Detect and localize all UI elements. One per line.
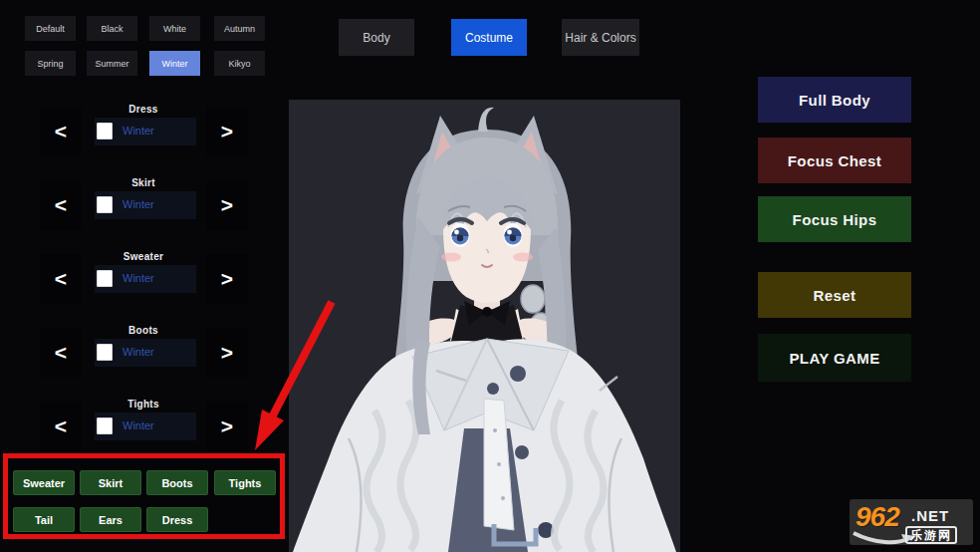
chevron-right-icon: > xyxy=(221,341,233,365)
tab-body[interactable]: Body xyxy=(339,19,414,56)
watermark-logo: 962 .NET 乐游网 xyxy=(850,499,973,545)
full-body-button[interactable]: Full Body xyxy=(758,77,911,123)
preset-kikyo[interactable]: Kikyo xyxy=(214,51,265,76)
toggle-dress[interactable]: Dress xyxy=(146,507,208,532)
chevron-right-icon: > xyxy=(221,193,233,217)
toggle-sweater[interactable]: Sweater xyxy=(13,470,75,495)
section-dress: Dress < Winter > xyxy=(0,104,289,175)
sweater-prev-button[interactable]: < xyxy=(40,254,82,304)
watermark-suffix: .NET xyxy=(911,507,949,524)
tights-checkbox[interactable] xyxy=(97,417,113,434)
dress-next-button[interactable]: > xyxy=(206,107,248,156)
focus-chest-button[interactable]: Focus Chest xyxy=(758,138,911,183)
section-boots: Boots < Winter > xyxy=(0,325,289,397)
skirt-next-button[interactable]: > xyxy=(206,180,248,230)
tights-next-button[interactable]: > xyxy=(206,402,248,451)
tab-costume[interactable]: Costume xyxy=(451,19,527,56)
boots-prev-button[interactable]: < xyxy=(40,328,82,378)
skirt-checkbox[interactable] xyxy=(97,196,113,213)
toggle-tail[interactable]: Tail xyxy=(13,507,75,532)
toggle-tights[interactable]: Tights xyxy=(214,470,276,495)
sweater-checkbox[interactable] xyxy=(97,270,113,287)
reset-button[interactable]: Reset xyxy=(758,272,911,318)
watermark-number: 962 xyxy=(856,501,899,533)
skirt-prev-button[interactable]: < xyxy=(40,180,82,230)
dress-value: Winter xyxy=(122,125,154,137)
preset-black[interactable]: Black xyxy=(87,16,137,41)
character-viewport[interactable] xyxy=(289,100,680,552)
dress-checkbox[interactable] xyxy=(97,123,113,139)
sweater-next-button[interactable]: > xyxy=(206,254,248,304)
toggle-boots[interactable]: Boots xyxy=(146,470,208,495)
chevron-right-icon: > xyxy=(221,414,233,438)
section-sweater: Sweater < Winter > xyxy=(0,251,289,323)
preset-spring[interactable]: Spring xyxy=(25,51,76,76)
chevron-right-icon: > xyxy=(221,267,233,291)
chevron-right-icon: > xyxy=(221,120,233,143)
tab-hair-colors[interactable]: Hair & Colors xyxy=(562,19,639,56)
sweater-value: Winter xyxy=(122,272,154,284)
dress-prev-button[interactable]: < xyxy=(40,107,82,156)
skirt-value: Winter xyxy=(122,198,154,210)
boots-checkbox[interactable] xyxy=(97,344,113,361)
tights-value: Winter xyxy=(122,419,154,431)
chevron-left-icon: < xyxy=(55,193,67,217)
focus-hips-button[interactable]: Focus Hips xyxy=(758,196,911,242)
section-skirt: Skirt < Winter > xyxy=(0,177,289,249)
toggle-skirt[interactable]: Skirt xyxy=(80,470,141,495)
tights-prev-button[interactable]: < xyxy=(40,402,82,451)
character-preview xyxy=(289,100,680,552)
preset-winter[interactable]: Winter xyxy=(149,51,200,76)
character-customizer-screen: Default Black White Autumn Spring Summer… xyxy=(0,0,980,552)
toggle-ears[interactable]: Ears xyxy=(80,507,141,532)
watermark-caption: 乐游网 xyxy=(905,526,957,544)
preset-default[interactable]: Default xyxy=(25,16,76,41)
boots-next-button[interactable]: > xyxy=(206,328,248,378)
chevron-left-icon: < xyxy=(55,414,67,438)
preset-summer[interactable]: Summer xyxy=(87,51,137,76)
preset-white[interactable]: White xyxy=(149,16,200,41)
play-game-button[interactable]: PLAY GAME xyxy=(758,334,911,382)
chevron-left-icon: < xyxy=(55,267,67,291)
chevron-left-icon: < xyxy=(55,120,67,143)
chevron-left-icon: < xyxy=(55,341,67,365)
boots-value: Winter xyxy=(122,346,154,358)
preset-autumn[interactable]: Autumn xyxy=(214,16,265,41)
